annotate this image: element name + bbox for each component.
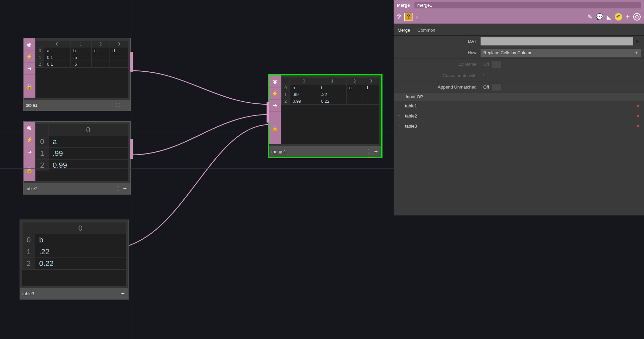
append-toggle[interactable]: Off	[481, 83, 502, 91]
clone-indicator-icon[interactable]	[116, 103, 120, 107]
add-output-icon[interactable]: +	[120, 290, 126, 297]
param-append: Append Unmatched Off	[394, 81, 644, 93]
row-index: 2	[36, 61, 44, 68]
activity-icon[interactable]: ⚡	[269, 88, 281, 100]
node-footer: table3 +	[20, 288, 128, 299]
param-concat: Concatenate with \t	[394, 70, 644, 81]
corner-cell	[23, 223, 35, 234]
lock-icon[interactable]: 🔒	[24, 75, 35, 98]
how-dropdown[interactable]: Replace Cells by Column ▼	[481, 49, 641, 57]
operator-name-field[interactable]: merge1	[415, 2, 641, 8]
param-byname: By Name Off	[394, 59, 644, 70]
input-op-name[interactable]: table3	[402, 124, 634, 129]
reorder-up-icon[interactable]: ↑	[396, 113, 402, 118]
input-connector[interactable]	[267, 102, 269, 123]
export-icon[interactable]: ➔	[24, 63, 35, 75]
cell	[346, 98, 363, 105]
cell: 0.22	[318, 98, 346, 105]
node-table3[interactable]: 0 0b 1.22 20.22 table3 +	[20, 219, 129, 300]
cell	[91, 54, 110, 61]
corner-cell	[36, 41, 44, 47]
col-header: 0	[35, 223, 126, 234]
sequence-header: Input OP	[394, 93, 644, 101]
viewer-active-icon[interactable]: ◉	[24, 38, 35, 50]
svg-point-0	[618, 15, 618, 15]
plus-icon[interactable]: +	[625, 12, 630, 21]
dropdown-value: Replace Cells by Column	[483, 50, 532, 55]
network-pane[interactable]: ◉ ⚡ ➔ 🔒 0 1 2 3 0 a b c d 1 0.1 .5	[0, 0, 394, 339]
python-icon[interactable]	[615, 13, 622, 21]
add-output-icon[interactable]: +	[373, 148, 379, 155]
node-merge1[interactable]: ◉ ⚡ ➔ 🔒 0 1 2 3 0 a b c d 1 .99 .22	[268, 74, 382, 158]
cell	[110, 54, 128, 61]
col-header: 1	[70, 41, 91, 47]
node-flags: ◉ ⚡ ➔ 🔒	[269, 75, 281, 144]
cell: c	[91, 47, 110, 54]
export-icon[interactable]: ➔	[269, 100, 281, 112]
cell: .99	[49, 148, 128, 160]
target-icon[interactable]	[633, 13, 641, 21]
clone-indicator-icon[interactable]	[116, 186, 120, 191]
input-op-row: ↑ table2 ×	[394, 111, 644, 121]
lock-icon[interactable]: 🔒	[24, 158, 35, 181]
param-label: How	[396, 50, 481, 55]
export-icon[interactable]: ➔	[24, 146, 35, 158]
param-label: Concatenate with	[396, 73, 481, 78]
node-flags: ◉ ⚡ ➔ 🔒	[24, 122, 35, 181]
node-footer: merge1 +	[269, 146, 381, 157]
node-name[interactable]: table3	[22, 291, 120, 296]
cell	[363, 98, 379, 105]
activity-icon[interactable]: ⚡	[24, 134, 35, 146]
cell: 0.99	[290, 98, 318, 105]
viewer-active-icon[interactable]: ◉	[24, 122, 35, 134]
help-badge-icon[interactable]: ?	[404, 13, 412, 21]
help-icon[interactable]: ?	[397, 13, 401, 21]
col-header: 0	[44, 41, 70, 47]
reorder-up-icon[interactable]: ↑	[396, 124, 402, 129]
tab-common[interactable]: Common	[417, 26, 436, 35]
cell: .5	[70, 54, 91, 61]
sequence-header-label: Input OP	[397, 94, 423, 99]
input-op-name[interactable]: table2	[402, 113, 634, 118]
node-name[interactable]: table1	[26, 103, 114, 108]
cell: d	[110, 47, 128, 54]
pencil-icon[interactable]: ✎	[587, 13, 592, 21]
node-footer: table2 +	[24, 183, 130, 194]
activity-icon[interactable]: ⚡	[24, 50, 35, 63]
node-viewer[interactable]: 0 1 2 3 0 a b c d 1 .99 .22 2 0.99 0.22	[281, 77, 379, 144]
toggle-box	[492, 61, 502, 68]
input-op-name[interactable]: table1	[402, 103, 634, 108]
node-table1[interactable]: ◉ ⚡ ➔ 🔒 0 1 2 3 0 a b c d 1 0.1 .5	[23, 38, 131, 111]
node-viewer[interactable]: 0 0a 1.99 20.99	[36, 124, 128, 181]
viewer-active-icon[interactable]: ◉	[269, 75, 281, 88]
toggle-box[interactable]	[492, 83, 502, 91]
param-label: By Name	[396, 62, 481, 67]
node-viewer[interactable]: 0 0b 1.22 20.22	[22, 222, 126, 286]
node-table2[interactable]: ◉ ⚡ ➔ 🔒 0 0a 1.99 20.99 table2 +	[23, 121, 131, 195]
tag-icon[interactable]: ◣	[607, 13, 611, 21]
parameter-title-bar: Merge merge1	[394, 0, 644, 10]
node-name[interactable]: table2	[26, 186, 114, 191]
concat-value: \t	[481, 73, 486, 78]
col-header: 3	[110, 41, 128, 47]
add-output-icon[interactable]: +	[122, 185, 128, 192]
info-icon[interactable]: i	[416, 12, 418, 21]
tab-merge[interactable]: Merge	[397, 26, 411, 35]
cell: a	[290, 84, 318, 91]
cell: .22	[35, 246, 126, 258]
delete-input-icon[interactable]: ×	[634, 123, 642, 129]
op-picker-icon[interactable]: ➤	[633, 37, 641, 45]
node-viewer[interactable]: 0 1 2 3 0 a b c d 1 0.1 .5 2 0.1	[36, 40, 128, 98]
delete-input-icon[interactable]: ×	[634, 113, 642, 119]
lock-icon[interactable]: 🔒	[269, 112, 281, 144]
comment-icon[interactable]: 💬	[596, 13, 603, 21]
dat-path-field[interactable]	[481, 37, 633, 45]
add-output-icon[interactable]: +	[122, 102, 128, 109]
cell	[363, 91, 379, 98]
node-name[interactable]: merge1	[271, 149, 365, 154]
clone-indicator-icon[interactable]	[367, 149, 371, 154]
output-connector[interactable]	[130, 52, 133, 72]
output-connector[interactable]	[130, 139, 133, 159]
byname-toggle: Off	[481, 61, 502, 68]
delete-input-icon[interactable]: ×	[634, 103, 642, 109]
